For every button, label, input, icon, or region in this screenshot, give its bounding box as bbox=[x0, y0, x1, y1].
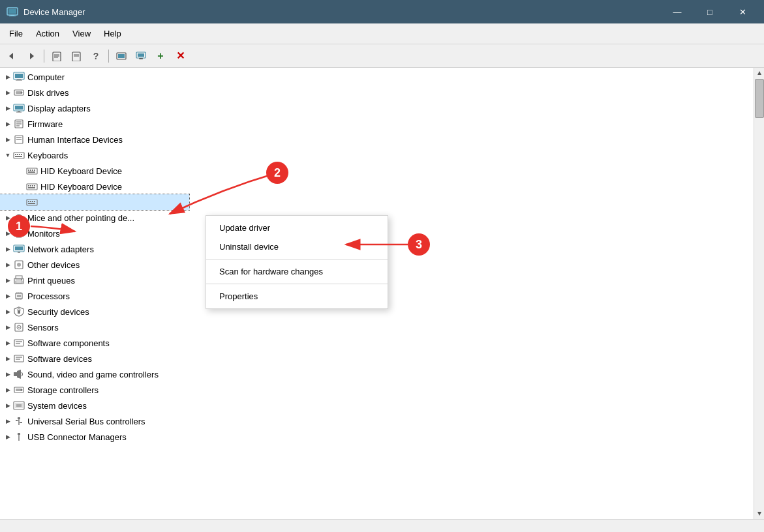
menu-action[interactable]: Action bbox=[29, 26, 66, 41]
label-hid: Human Interface Devices bbox=[27, 135, 123, 145]
ctx-update-driver[interactable]: Update driver bbox=[206, 218, 388, 237]
tree-item-software-components[interactable]: ▶ Software components bbox=[0, 335, 754, 351]
tree-item-computer[interactable]: ▶ Computer bbox=[0, 69, 754, 85]
label-software-components: Software components bbox=[27, 338, 110, 348]
scrollbar[interactable] bbox=[754, 68, 764, 519]
svg-rect-45 bbox=[30, 170, 31, 171]
icon-hid bbox=[13, 134, 25, 145]
menu-bar: File Action View Help bbox=[0, 23, 764, 44]
svg-point-89 bbox=[18, 327, 20, 328]
tree-item-firmware[interactable]: ▶ Firmware bbox=[0, 116, 754, 132]
label-display-adapters: Display adapters bbox=[27, 104, 91, 113]
svg-marker-112 bbox=[757, 512, 761, 516]
svg-rect-110 bbox=[18, 433, 20, 435]
maximize-button[interactable]: □ bbox=[695, 0, 725, 23]
label-sensors: Sensors bbox=[27, 323, 59, 332]
tree-item-usb-controllers[interactable]: ▶ Universal Serial Bus controllers bbox=[0, 413, 754, 429]
back-button[interactable] bbox=[3, 47, 21, 65]
icon-disk-drives bbox=[13, 87, 25, 98]
ctx-uninstall-device[interactable]: Uninstall device bbox=[206, 237, 388, 256]
menu-help[interactable]: Help bbox=[97, 26, 128, 41]
ctx-properties[interactable]: Properties bbox=[206, 287, 388, 306]
chevron-keyboards: ▼ bbox=[3, 150, 13, 160]
icon-sensors bbox=[13, 321, 25, 333]
svg-rect-55 bbox=[27, 200, 37, 205]
ctx-scan-hardware[interactable]: Scan for hardware changes bbox=[206, 262, 388, 281]
chevron-monitors: ▶ bbox=[3, 228, 13, 239]
svg-rect-51 bbox=[30, 185, 31, 186]
icon-software-components bbox=[13, 337, 25, 349]
svg-rect-27 bbox=[15, 106, 23, 110]
svg-point-76 bbox=[21, 279, 22, 280]
properties-button[interactable] bbox=[48, 47, 66, 65]
window-controls[interactable]: — □ ✕ bbox=[662, 0, 757, 23]
svg-rect-32 bbox=[16, 123, 22, 125]
svg-rect-14 bbox=[118, 54, 125, 58]
svg-rect-46 bbox=[32, 170, 33, 171]
svg-rect-31 bbox=[16, 121, 22, 123]
svg-rect-91 bbox=[16, 341, 22, 342]
tree-item-sound[interactable]: ▶ Sound, video and game controllers bbox=[0, 366, 754, 382]
tree-item-hid-keyboard-3[interactable]: ▶ bbox=[0, 194, 189, 210]
icon-hid-keyboard-1 bbox=[26, 165, 38, 177]
svg-rect-60 bbox=[28, 203, 35, 204]
toolbar-sep-2 bbox=[108, 50, 109, 63]
svg-rect-69 bbox=[15, 246, 23, 250]
close-button[interactable]: ✕ bbox=[727, 0, 757, 23]
svg-rect-102 bbox=[16, 404, 22, 407]
label-processors: Processors bbox=[27, 291, 70, 301]
tree-item-hid[interactable]: ▶ Human Interface Devices bbox=[0, 132, 754, 147]
tree-item-sensors[interactable]: ▶ Sensors bbox=[0, 319, 754, 335]
scan-button[interactable] bbox=[132, 47, 150, 65]
label-software-devices: Software devices bbox=[27, 354, 92, 364]
chevron-hid: ▶ bbox=[3, 134, 13, 145]
label-hid-keyboard-2: HID Keyboard Device bbox=[40, 182, 122, 192]
tree-item-disk-drives[interactable]: ▶ Disk drives bbox=[0, 85, 754, 100]
label-security-devices: Security devices bbox=[27, 307, 89, 317]
icon-system-devices bbox=[13, 400, 25, 411]
chevron-display-adapters: ▶ bbox=[3, 103, 13, 113]
tree-item-keyboards[interactable]: ▼ Keyboards bbox=[0, 147, 754, 163]
label-firmware: Firmware bbox=[27, 119, 63, 129]
svg-rect-42 bbox=[15, 156, 22, 157]
chevron-usb-controllers: ▶ bbox=[3, 416, 13, 426]
tree-item-display-adapters[interactable]: ▶ Display adapters bbox=[0, 100, 754, 116]
tree-item-hid-keyboard-1[interactable]: ▶ HID Keyboard Device bbox=[0, 163, 754, 179]
svg-rect-106 bbox=[20, 422, 22, 423]
forward-button[interactable] bbox=[22, 47, 40, 65]
chevron-storage-controllers: ▶ bbox=[3, 385, 13, 395]
svg-rect-56 bbox=[28, 201, 29, 202]
tree-item-storage-controllers[interactable]: ▶ Storage controllers bbox=[0, 382, 754, 398]
update-driver-toolbar-button[interactable] bbox=[67, 47, 85, 65]
scrollbar-thumb[interactable] bbox=[755, 79, 764, 118]
svg-marker-4 bbox=[9, 53, 13, 59]
help-button[interactable]: ? bbox=[87, 47, 105, 65]
chevron-computer: ▶ bbox=[3, 72, 13, 82]
icon-hid-keyboard-3 bbox=[26, 196, 38, 208]
label-usb-controllers: Universal Serial Bus controllers bbox=[27, 417, 145, 426]
add-button[interactable]: + bbox=[151, 47, 170, 65]
tree-item-usb-connectors[interactable]: ▶ USB Connector Managers bbox=[0, 429, 754, 445]
remove-button[interactable]: ✕ bbox=[171, 47, 189, 65]
chevron-print-queues: ▶ bbox=[3, 275, 13, 286]
icon-mice bbox=[13, 212, 25, 224]
svg-rect-41 bbox=[21, 154, 22, 155]
label-other-devices: Other devices bbox=[27, 260, 80, 270]
tree-item-hid-keyboard-2[interactable]: ▶ HID Keyboard Device bbox=[0, 179, 754, 194]
title-bar: Device Manager — □ ✕ bbox=[0, 0, 764, 23]
label-monitors: Monitors bbox=[27, 229, 60, 239]
menu-view[interactable]: View bbox=[66, 26, 97, 41]
tree-item-system-devices[interactable]: ▶ System devices bbox=[0, 398, 754, 413]
icon-computer bbox=[13, 71, 25, 83]
menu-file[interactable]: File bbox=[3, 26, 29, 41]
svg-rect-1 bbox=[8, 9, 16, 14]
svg-rect-96 bbox=[14, 372, 17, 376]
svg-rect-58 bbox=[32, 201, 33, 202]
minimize-button[interactable]: — bbox=[662, 0, 692, 23]
tree-item-software-devices[interactable]: ▶ Software devices bbox=[0, 351, 754, 366]
disable-button[interactable] bbox=[112, 47, 130, 65]
icon-monitors bbox=[13, 228, 25, 239]
svg-rect-35 bbox=[16, 137, 22, 138]
icon-usb-connectors bbox=[13, 431, 25, 443]
svg-rect-47 bbox=[34, 170, 35, 171]
